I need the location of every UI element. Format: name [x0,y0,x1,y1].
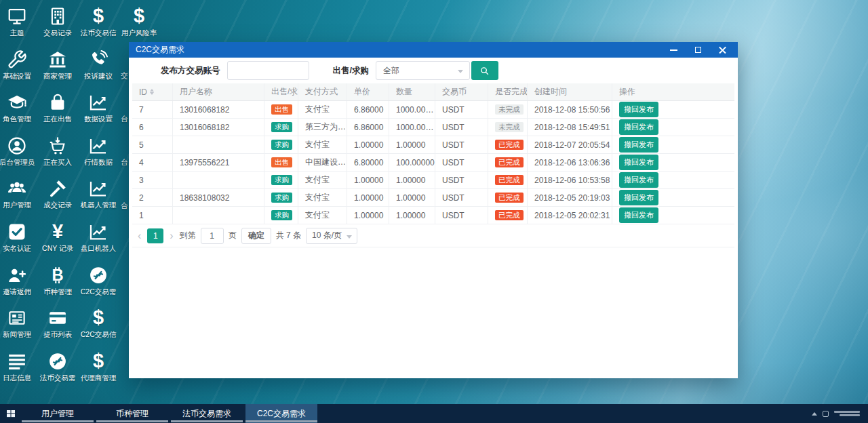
chevron-up-icon[interactable] [812,412,817,416]
confirm-button[interactable]: 确定 [241,228,271,244]
goto-page-input[interactable] [201,228,224,244]
header-cell-price: 单价 [347,83,389,100]
header-cell-pay: 支付方式 [298,83,347,100]
desktop-icon-role-management[interactable]: 角色管理 [0,89,37,133]
cell-action: 撤回发布 [612,136,734,153]
cell-amount: 1000.00… [389,119,435,136]
desktop-icon-robot-management[interactable]: 机器人管理 [78,176,119,219]
header-cell-id[interactable]: ID [132,83,173,100]
desktop-icon-withdraw-list[interactable]: 提币列表 [37,305,78,348]
c2c-trade-demand-window: C2C交易需求 发布方交易账号 出售/求购 全部 ID 用户名称 出售/求购 支… [129,42,738,378]
cell-price: 6.86000 [347,119,389,136]
windows-logo-icon [5,408,16,419]
search-icon [479,66,490,76]
table-row: 5 求购 支付宝 1.00000 1.00000 USDT 已完成 2018-1… [132,136,734,154]
page-number-button[interactable]: 1 [147,228,163,243]
desktop-icon-deal-records[interactable]: 成交记录 [37,176,78,219]
withdraw-publish-button[interactable]: 撤回发布 [619,137,658,153]
cell-id: 6 [132,119,173,136]
desktop-icon-theme[interactable]: 主题 [0,3,37,47]
desktop-icon-market-data[interactable]: 行情数据 [78,133,119,176]
table-header-row: ID 用户名称 出售/求购 支付方式 单价 数量 交易币 是否完成 创建时间 操… [132,83,734,101]
side-select[interactable]: 全部 [376,61,470,80]
desktop-icon-fiat-trade-info[interactable]: $法币交易信 [78,3,119,47]
next-page-icon[interactable]: › [168,230,174,241]
table-row: 7 13016068182 出售 支付宝 6.86000 1000.00… US… [132,101,734,119]
desktop-icon-log-info[interactable]: 日志信息 [0,348,37,392]
desktop-icon-user-risk-rate[interactable]: $用户风险率 [119,3,159,47]
desktop-icon-c2c-trade-info[interactable]: $C2C交易信 [78,305,119,348]
prev-page-icon[interactable]: ‹ [136,230,142,241]
desktop-icon-complaints[interactable]: 投诉建议 [78,47,119,90]
start-button[interactable] [0,404,22,423]
desktop-icon-realname-auth[interactable]: 实名认证 [0,219,37,262]
tray-clock[interactable] [834,411,860,416]
taskbar-item-fiat-trade-demand[interactable]: 法币交易需求 [171,404,243,423]
desktop-icon-merchant-management[interactable]: 商家管理 [37,47,78,90]
cell-action: 撤回发布 [612,189,734,206]
cell-status: 已完成 [488,207,528,224]
cell-created: 2018-12-06 10:53:58 [528,172,612,188]
icon-label: 交易记录 [43,28,72,38]
cell-coin: USDT [435,207,488,224]
cell-price: 1.00000 [347,189,389,206]
cell-status: 已完成 [488,172,528,188]
desktop-icon-agent-management[interactable]: $代理商管理 [78,348,119,392]
icon-label: 盘口机器人 [81,244,117,254]
table-row: 3 求购 支付宝 1.00000 1.00000 USDT 已完成 2018-1… [132,172,734,189]
per-page-select[interactable]: 10 条/页 [306,228,357,244]
cell-created: 2018-12-08 15:49:51 [528,119,612,136]
desktop-icon-orderbook-robot[interactable]: 盘口机器人 [78,219,119,262]
search-button[interactable] [471,61,498,80]
icon-label: 商家管理 [43,72,72,81]
taskbar-item-c2c-trade-demand[interactable]: C2C交易需求 [245,404,317,423]
desktop-icon-selling[interactable]: 正在出售 [37,89,78,133]
icon-label: 正在买入 [43,158,72,167]
icon-label: 投诉建议 [84,72,113,81]
withdraw-publish-button[interactable]: 撤回发布 [619,102,658,117]
tray-status-icon[interactable] [823,411,829,417]
desktop-icon-c2c-trade-demand[interactable]: C2C交易需 [78,262,119,306]
table-row: 1 求购 支付宝 1.00000 1.00000 USDT 已完成 2018-1… [132,207,734,224]
cell-user: 13016068182 [173,101,264,118]
cell-action: 撤回发布 [612,119,734,136]
taskbar-item-label: C2C交易需求 [257,408,306,420]
withdraw-publish-button[interactable]: 撤回发布 [619,172,658,188]
desktop-icon-cny-records[interactable]: ¥CNY 记录 [37,219,78,262]
desktop-icon-buying[interactable]: 正在买入 [37,133,78,176]
cell-id: 1 [132,207,173,224]
taskbar-item-user-management[interactable]: 用户管理 [22,404,94,423]
cell-action: 撤回发布 [612,207,734,224]
taskbar-item-coin-management[interactable]: 币种管理 [96,404,168,423]
window-controls [669,45,731,55]
icon-label: 实名认证 [3,244,31,254]
desktop-icon-coin-management[interactable]: 币种管理 [37,262,78,306]
icon-label: C2C交易需 [81,287,117,297]
side-badge: 求购 [271,175,292,186]
desktop-icon-fiat-trade-demand[interactable]: 法币交易需 [37,348,78,392]
icon-label: 数据设置 [84,115,113,124]
table-row: 6 13016068182 求购 第三方为… 6.86000 1000.00… … [132,119,734,136]
close-icon[interactable] [717,45,727,55]
withdraw-publish-button[interactable]: 撤回发布 [619,119,658,135]
desktop-icon-news-management[interactable]: 新闻管理 [0,305,37,348]
withdraw-publish-button[interactable]: 撤回发布 [619,207,658,223]
withdraw-publish-button[interactable]: 撤回发布 [619,155,658,170]
sort-icon[interactable] [150,89,154,96]
cell-created: 2018-12-06 13:06:36 [528,154,612,171]
cell-price: 6.86000 [347,101,389,118]
icon-label: 用户风险率 [121,28,157,38]
desktop-icon-user-management[interactable]: 用户管理 [0,176,37,219]
withdraw-publish-button[interactable]: 撤回发布 [619,190,658,205]
goto-unit-label: 页 [229,230,237,241]
desktop-icon-data-settings[interactable]: 数据设置 [78,89,119,133]
account-input[interactable] [227,61,309,80]
chart-icon [88,136,108,156]
maximize-icon[interactable] [693,45,703,55]
minimize-icon[interactable] [669,45,678,55]
desktop-icon-invite-rebate[interactable]: 邀请返佣 [0,262,37,306]
desktop-icon-trade-records[interactable]: 交易记录 [37,3,78,47]
desktop-icon-admin[interactable]: 后台管理员 [0,133,37,176]
bitcoin-icon [47,265,68,285]
desktop-icon-basic-settings[interactable]: 基础设置 [0,47,37,90]
